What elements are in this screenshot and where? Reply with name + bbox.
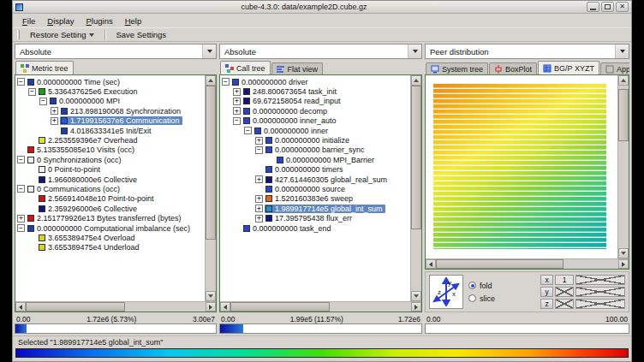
expand-icon[interactable]: + <box>233 88 241 96</box>
scroll-thumb[interactable] <box>411 86 421 229</box>
tree-item[interactable]: +1.989917714e5 global_int_sum <box>222 204 410 213</box>
tree-item[interactable]: +1.520160383e6 sweep <box>222 194 410 204</box>
expand-icon[interactable]: + <box>17 215 25 223</box>
scroll-right-button[interactable] <box>618 259 629 269</box>
tree-item[interactable]: 0.000000000 source <box>222 184 410 193</box>
tree-item[interactable]: −0 Synchronizations (occ) <box>17 155 205 164</box>
tree-item[interactable]: 2.359296000e6 Collective <box>17 204 205 213</box>
tree-item[interactable]: −0 Communications (occ) <box>17 184 205 193</box>
titlebar[interactable]: cube-4.3.0: data/example2D.cube.gz ✕ <box>13 1 631 14</box>
tree-item[interactable]: 0 Point-to-point <box>17 165 205 175</box>
tree-item-body[interactable]: 5.336437625e6 Execution <box>38 87 140 96</box>
topology-heatmap[interactable] <box>433 83 606 249</box>
call-value-mode-combobox[interactable]: Absolute <box>219 44 422 59</box>
tree-item-body[interactable]: 0 Point-to-point <box>38 165 103 174</box>
tree-item-body[interactable]: 1.520160383e6 sweep <box>265 194 355 203</box>
expand-icon[interactable]: + <box>233 107 241 115</box>
dim-z-value[interactable] <box>555 299 574 309</box>
axis-z-button[interactable]: z <box>540 299 553 309</box>
tree-item[interactable]: 3.655389475e4 Underload <box>17 243 205 252</box>
scroll-up-button[interactable] <box>411 75 421 86</box>
tree-item[interactable]: 0.000000000 MPI_Barrier <box>222 155 410 164</box>
tree-item-selected[interactable]: 1.989917714e5 global_int_sum <box>265 205 385 213</box>
tree-item[interactable]: +69.672158054 read_input <box>222 97 410 106</box>
menu-plugins[interactable]: Plugins <box>80 15 119 27</box>
tree-item[interactable]: −0.000000000 Time (sec) <box>17 77 205 86</box>
topology-hscrollbar[interactable] <box>426 258 629 269</box>
tree-item[interactable]: 5.135355085e10 Visits (occ) <box>17 145 205 155</box>
scroll-right-button[interactable] <box>411 302 421 312</box>
topology-plot[interactable] <box>426 75 617 258</box>
scroll-thumb[interactable] <box>230 302 330 312</box>
axis-orientation-button[interactable]: x y z <box>429 275 463 309</box>
combobox-arrow[interactable] <box>408 45 421 58</box>
tree-item[interactable]: 2.253559396e7 Overhead <box>17 135 205 145</box>
scroll-down-button[interactable] <box>618 248 629 258</box>
scroll-down-button[interactable] <box>206 291 216 301</box>
tree-item-body[interactable]: 0.000000000 initialize <box>265 136 352 145</box>
scroll-left-button[interactable] <box>426 259 436 269</box>
tree-item-selected[interactable]: 1.719915637e6 Communication <box>60 116 182 125</box>
dim-x-slot[interactable] <box>575 275 625 285</box>
tree-item-body[interactable]: 0.000000000 task_end <box>242 224 334 233</box>
restore-setting-button[interactable]: Restore Setting <box>24 28 100 41</box>
collapse-icon[interactable]: − <box>17 224 25 232</box>
tree-item-body[interactable]: 4.018633341e5 Init/Exit <box>60 127 154 135</box>
tab-call-tree[interactable]: Call tree <box>220 61 271 74</box>
expand-icon[interactable]: + <box>51 117 58 125</box>
tree-item[interactable]: −5.336437625e6 Execution <box>17 86 205 96</box>
collapse-icon[interactable]: − <box>17 78 25 86</box>
tree-item[interactable]: 1.966080000e6 Collective <box>17 175 205 184</box>
call-vscrollbar[interactable] <box>410 75 421 301</box>
tree-item[interactable]: 2.566914048e10 Point-to-point <box>17 194 205 204</box>
close-button[interactable]: ✕ <box>616 2 629 12</box>
slice-radio[interactable]: slice <box>468 294 495 303</box>
scroll-thumb[interactable] <box>26 302 125 312</box>
scroll-up-button[interactable] <box>618 75 629 86</box>
tree-item-body[interactable]: 248.800673654 task_init <box>242 87 339 96</box>
expand-icon[interactable]: + <box>255 215 263 223</box>
expand-icon[interactable]: + <box>233 98 241 105</box>
tree-item-body[interactable]: 0.000000000 source <box>265 185 348 193</box>
tree-item[interactable]: +2.151779926e13 Bytes transferred (bytes… <box>17 213 205 223</box>
scroll-track[interactable] <box>436 259 618 269</box>
tab-flat-view[interactable]: Flat view <box>271 62 324 74</box>
tree-item-body[interactable]: 1.966080000e6 Collective <box>38 175 140 184</box>
tree-item-body[interactable]: 3.655389475e4 Overload <box>38 234 138 242</box>
expand-icon[interactable]: + <box>255 205 263 212</box>
dim-y-value[interactable] <box>555 287 574 297</box>
scroll-left-button[interactable] <box>220 302 230 312</box>
tab-metric-tree[interactable]: Metric tree <box>15 61 74 74</box>
tab-boxplot[interactable]: BoxPlot <box>489 62 537 74</box>
scroll-track[interactable] <box>230 302 411 312</box>
save-settings-button[interactable]: Save Settings <box>110 28 172 41</box>
metric-vscrollbar[interactable] <box>205 75 216 301</box>
tree-item-body[interactable]: 5.135355085e10 Visits (occ) <box>27 145 137 154</box>
tree-item-body[interactable]: 0.000000000 MPI <box>49 97 122 105</box>
tree-item-body[interactable]: 17.395795438 flux_err <box>265 214 355 223</box>
tree-item-body[interactable]: 69.672158054 read_input <box>242 97 343 105</box>
tree-item-body[interactable]: 2.151779926e13 Bytes transferred (bytes) <box>27 214 184 223</box>
scroll-up-button[interactable] <box>206 75 216 86</box>
menu-help[interactable]: Help <box>119 15 148 27</box>
tree-item[interactable]: +0.000000000 decomp <box>222 106 410 116</box>
tab-app[interactable]: App <box>600 62 629 74</box>
collapse-icon[interactable]: − <box>222 78 230 86</box>
tab-bgp-xyzt[interactable]: BG/P XYZT <box>538 61 599 74</box>
scroll-track[interactable] <box>26 302 206 312</box>
combobox-arrow[interactable] <box>615 45 629 58</box>
tree-item-body[interactable]: 0 Synchronizations (occ) <box>27 156 124 164</box>
tab-system-tree[interactable]: System tree <box>426 62 488 74</box>
scroll-thumb[interactable] <box>206 86 216 240</box>
axis-x-button[interactable]: x <box>540 275 553 285</box>
tree-item-body[interactable]: 0.000000000 MPI_Barrier <box>276 156 377 164</box>
scroll-track[interactable] <box>411 86 421 291</box>
scroll-down-button[interactable] <box>411 291 421 301</box>
maximize-button[interactable] <box>601 2 614 12</box>
tree-item-body[interactable]: 0.000000000 Computational imbalance (sec… <box>27 224 193 233</box>
tree-item-body[interactable]: 427.614460305 global_real_sum <box>265 175 390 184</box>
toolbar-handle[interactable] <box>17 30 20 39</box>
dim-x-value[interactable]: 1 <box>555 275 574 285</box>
tree-item-body[interactable]: 213.898190068 Synchronization <box>60 107 183 116</box>
tree-item[interactable]: −0.000000000 inner <box>222 126 410 135</box>
